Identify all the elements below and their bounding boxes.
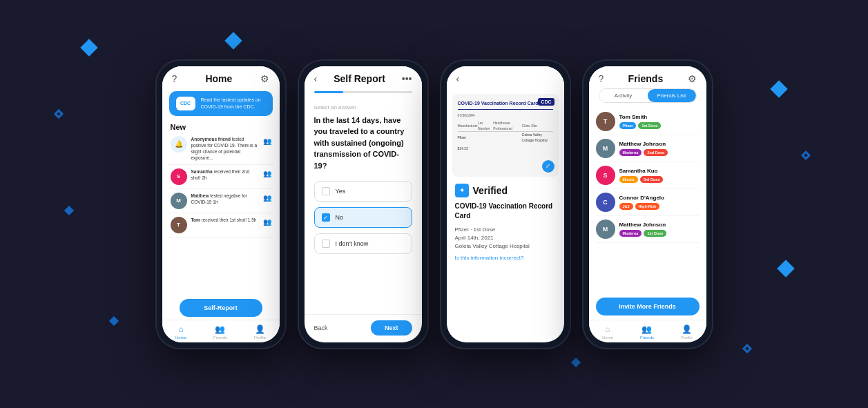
friend-badges-matthew1: Moderna 2nd Dose: [619, 149, 700, 156]
sr-footer: Back Next: [305, 314, 422, 342]
notif-item-matthew: M Matthew tested negative for COVID-19 1…: [168, 189, 274, 213]
sr-option-dontknow-label: I don't know: [336, 240, 369, 247]
friend-item-samantha: S Samantha Kuo Illinois 3rd Dose: [596, 162, 700, 189]
friend-info-samantha: Samantha Kuo Illinois 3rd Dose: [619, 168, 700, 183]
notification-list: 🔔 Anonymous friend tested positive for C…: [162, 133, 280, 293]
nav-home-label: Home: [175, 336, 186, 340]
incorrect-link[interactable]: Is this information incorrect?: [455, 255, 556, 261]
verified-section: ✦ Verified COVID-19 Vaccination Record C…: [447, 177, 564, 268]
phone-home: ? Home ⚙ CDC Read the lastest updates on…: [155, 59, 287, 349]
sr-option-no[interactable]: ✓ No: [314, 207, 412, 228]
new-section-title: New: [162, 119, 280, 133]
profile-nav-icon: 👤: [255, 324, 265, 334]
nav-home[interactable]: ⌂ Home: [175, 324, 186, 340]
deco-diamond-5: [801, 150, 811, 160]
verified-card-title: COVID-19 Vaccination Record Card: [455, 202, 556, 221]
friend-info-matthew1: Matthew Johnson Moderna 2nd Dose: [619, 141, 700, 156]
friend-name-matthew2: Matthew Johnson: [619, 222, 700, 228]
notif-avatar-samantha: S: [171, 168, 187, 185]
self-report-button[interactable]: Self-Report: [180, 299, 262, 317]
badge-dose-s: 3rd Dose: [640, 176, 664, 183]
friends-header: ? Friends ⚙: [589, 66, 706, 88]
sr-back-button[interactable]: Back: [314, 324, 328, 331]
friend-avatar-matthew2: M: [596, 220, 615, 239]
home-title: Home: [205, 73, 232, 84]
badge-moderna-m1: Moderna: [619, 149, 642, 156]
vcard-table: ManufacturerLot NumberHealthcare Profess…: [458, 120, 553, 143]
sr-option-yes[interactable]: Yes: [314, 181, 412, 202]
self-report-title: Self Report: [334, 73, 385, 84]
sr-checkbox-no: ✓: [322, 213, 330, 222]
friend-info-connor: Connor D'Angelo J&J High-Risk: [619, 195, 700, 210]
friend-info-matthew2: Matthew Johnson Moderna 1st Dose: [619, 222, 700, 237]
notif-item-anon: 🔔 Anonymous friend tested positive for C…: [168, 133, 274, 165]
friends-nav-profile-label: Profile: [681, 336, 693, 340]
badge-dose-m2: 1st Dose: [644, 230, 666, 237]
notif-avatar-tom: T: [171, 217, 187, 233]
settings-icon[interactable]: ⚙: [260, 73, 269, 84]
home-header: ? Home ⚙: [162, 66, 280, 88]
friend-badges-matthew2: Moderna 1st Dose: [619, 230, 700, 237]
friend-name-samantha: Samantha Kuo: [619, 168, 700, 174]
friend-badges-samantha: Illinois 3rd Dose: [619, 176, 700, 183]
nav-friends-label: Friends: [213, 336, 227, 340]
help-icon[interactable]: ?: [172, 73, 177, 84]
friends-nav-icon: 👥: [215, 324, 225, 334]
sr-content: Select an answer In the last 14 days, ha…: [305, 99, 422, 314]
phone-self-report: ‹ Self Report ••• Select an answer In th…: [298, 59, 429, 349]
friends-settings-icon[interactable]: ⚙: [688, 73, 697, 84]
verified-back-icon[interactable]: ‹: [456, 73, 460, 84]
deco-diamond-3: [64, 206, 74, 215]
nav-friends[interactable]: 👥 Friends: [213, 324, 227, 340]
verified-badge: ✦ Verified: [455, 184, 556, 197]
sr-option-yes-label: Yes: [336, 188, 346, 195]
badge-illinois: Illinois: [619, 176, 638, 183]
notif-text-samantha: Samantha received their 2nd shot! 2h: [191, 168, 259, 181]
sr-select-label: Select an answer: [314, 104, 412, 110]
friends-nav-home[interactable]: ⌂ Home: [602, 324, 613, 340]
friend-name-matthew1: Matthew Johnson: [619, 141, 700, 147]
cdc-banner[interactable]: CDC Read the lastest updates on COVID-19…: [169, 91, 273, 116]
home-nav-icon: ⌂: [178, 324, 183, 334]
phone-verified-inner: ‹ COVID-19 Vaccination Record Card 07/30…: [447, 66, 564, 342]
tab-activity[interactable]: Activity: [599, 89, 648, 102]
friend-name-connor: Connor D'Angelo: [619, 195, 700, 201]
back-chevron-icon[interactable]: ‹: [314, 73, 318, 84]
friend-badges-tom: Pfizer 1st Dose: [619, 122, 700, 129]
notif-avatar-matthew: M: [171, 193, 187, 209]
friends-title: Friends: [628, 73, 664, 84]
badge-moderna-m2: Moderna: [619, 230, 642, 237]
friends-nav-friends-label: Friends: [640, 336, 654, 340]
sr-next-button[interactable]: Next: [371, 320, 412, 336]
tab-friends-list[interactable]: Friends List: [648, 89, 696, 102]
friend-item-matthew1: M Matthew Johnson Moderna 2nd Dose: [596, 135, 700, 162]
friend-badges-connor: J&J High-Risk: [619, 203, 700, 210]
progress-bar-bg: [314, 91, 412, 93]
notif-text-anon: Anonymous friend tested positive for COV…: [191, 136, 259, 161]
sr-checkbox-dontknow: [322, 240, 330, 248]
tab-container: Activity Friends List: [599, 88, 697, 103]
friends-help-icon[interactable]: ?: [599, 73, 604, 84]
phone-home-inner: ? Home ⚙ CDC Read the lastest updates on…: [162, 66, 280, 342]
badge-high-risk: High-Risk: [635, 203, 660, 210]
vcard-amount: $14.23: [458, 146, 553, 151]
friends-nav-friends[interactable]: 👥 Friends: [640, 324, 654, 340]
invite-friends-button[interactable]: Invite More Friends: [596, 298, 700, 315]
friends-nav-profile[interactable]: 👤 Profile: [681, 324, 693, 340]
nav-profile[interactable]: 👤 Profile: [254, 324, 266, 340]
phones-container: ? Home ⚙ CDC Read the lastest updates on…: [142, 46, 727, 363]
more-icon[interactable]: •••: [402, 73, 412, 84]
vaccine-card-image: COVID-19 Vaccination Record Card 07/30/1…: [452, 94, 559, 177]
friends-home-icon: ⌂: [605, 324, 610, 334]
deco-diamond-6: [777, 260, 794, 277]
notif-text-matthew: Matthew tested negative for COVID-19 1h: [191, 193, 259, 205]
notif-text-tom: Tom received their 1st shot! 1.5h: [191, 217, 259, 223]
progress-bar-container: [305, 88, 422, 99]
vcard-date: 07/30/1994: [458, 113, 553, 118]
progress-bar-fill: [314, 91, 344, 93]
badge-jj: J&J: [619, 203, 633, 210]
deco-diamond-1: [80, 39, 97, 56]
sr-option-dontknow[interactable]: I don't know: [314, 233, 412, 254]
notif-avatar-bell: 🔔: [171, 136, 187, 153]
vcard-expand-icon[interactable]: ⤢: [542, 160, 554, 173]
